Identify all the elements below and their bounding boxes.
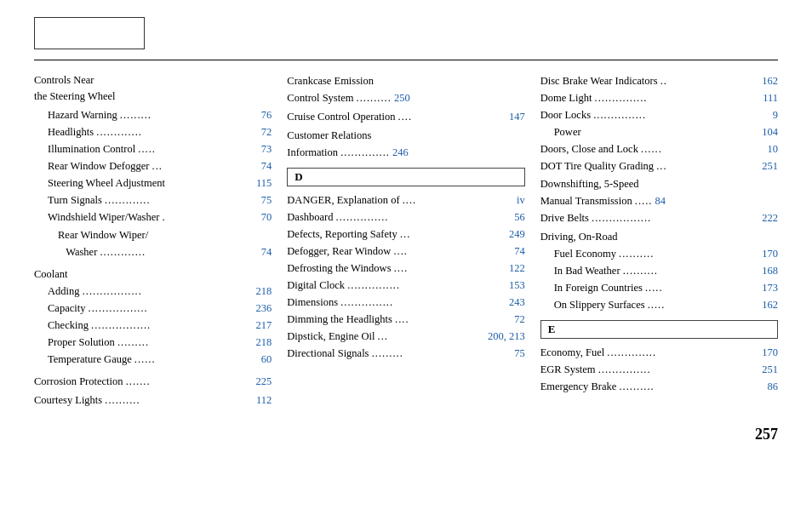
list-item: Turn Signals ............. 75 — [34, 192, 272, 209]
list-item: Dashboard ............... 56 — [287, 209, 524, 226]
divider — [34, 60, 778, 60]
column-3: Disc Brake Wear Indicators .. 162 Dome L… — [540, 72, 778, 409]
list-item: Rear Window Defogger ... 74 — [34, 157, 272, 174]
page-number: 257 — [34, 426, 778, 443]
list-item: EGR System ............... 251 — [540, 361, 778, 378]
controls-near-header: Controls Near the Steering Wheel — [34, 72, 272, 105]
list-item: Illumination Control ..... 73 — [34, 140, 272, 157]
list-item: Emergency Brake .......... 86 — [540, 378, 778, 395]
list-item: In Bad Weather .......... 168 — [540, 262, 778, 279]
list-item: Hazard Warning ......... 76 — [34, 106, 272, 123]
top-box — [34, 17, 145, 49]
list-item: Digital Clock ............... 153 — [287, 277, 524, 294]
list-item: Defrosting the Windows .... 122 — [287, 260, 524, 277]
list-item: Crankcase Emission Control System ......… — [287, 72, 524, 106]
list-item: Fuel Economy .......... 170 — [540, 245, 778, 262]
list-item: Coolant — [34, 266, 272, 283]
list-item: Customer Relations Information .........… — [287, 127, 524, 161]
list-item: Temperature Gauge ...... 60 — [34, 351, 272, 368]
list-item: On Slippery Surfaces ..... 162 — [540, 296, 778, 313]
list-item: Power 104 — [540, 123, 778, 140]
list-item: Windshield Wiper/Washer . 70 — [34, 209, 272, 226]
list-item: Checking ................. 217 — [34, 317, 272, 334]
list-item: Dimming the Headlights .... 72 — [287, 311, 524, 328]
list-item: Steering Wheel Adjustment 115 — [34, 174, 272, 192]
list-item: Downshifting, 5-Speed Manual Transmissio… — [540, 175, 778, 209]
list-item: Defogger, Rear Window .... 74 — [287, 243, 524, 260]
list-item: Directional Signals ......... 75 — [287, 345, 524, 362]
list-item: Rear Window Wiper/ Washer ............. … — [34, 226, 272, 260]
list-item: Door Locks ............... 9 — [540, 106, 778, 123]
list-item: Dimensions ............... 243 — [287, 294, 524, 311]
list-item: Driving, On-Road — [540, 228, 778, 245]
list-item: Headlights ............. 72 — [34, 123, 272, 140]
section-header-d: D — [287, 168, 524, 186]
list-item: Economy, Fuel .............. 170 — [540, 344, 778, 361]
list-item: Dome Light ............... 111 — [540, 89, 778, 106]
list-item: Adding ................. 218 — [34, 283, 272, 300]
list-item: Disc Brake Wear Indicators .. 162 — [540, 72, 778, 89]
section-header-e: E — [540, 320, 778, 339]
list-item: Doors, Close and Lock ...... 10 — [540, 140, 778, 157]
list-item: In Foreign Countries ..... 173 — [540, 279, 778, 296]
list-item: Courtesy Lights .......... 112 — [34, 392, 272, 409]
list-item: Corrosion Protection ....... 225 — [34, 373, 272, 390]
list-item: Defects, Reporting Safety ... 249 — [287, 226, 524, 243]
list-item: Drive Belts ................. 222 — [540, 209, 778, 226]
list-item: DOT Tire Quality Grading ... 251 — [540, 157, 778, 174]
column-2: Crankcase Emission Control System ......… — [287, 72, 540, 409]
list-item: Capacity ................. 236 — [34, 300, 272, 317]
list-item: Dipstick, Engine Oil ... 200, 213 — [287, 328, 524, 345]
list-item: DANGER, Explanation of .... iv — [287, 192, 524, 209]
column-1: Controls Near the Steering Wheel Hazard … — [34, 72, 287, 409]
list-item: Proper Solution ......... 218 — [34, 334, 272, 351]
list-item: Cruise Control Operation .... 147 — [287, 108, 524, 125]
